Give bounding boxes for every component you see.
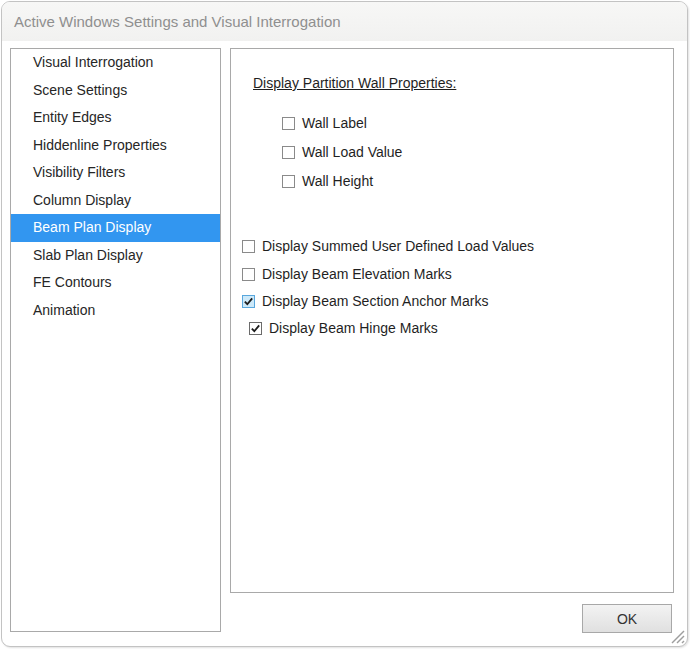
panel-heading: Display Partition Wall Properties: <box>253 75 456 91</box>
ok-button[interactable]: OK <box>582 604 672 633</box>
resize-grip-icon[interactable] <box>671 630 685 644</box>
sidebar-item-animation[interactable]: Animation <box>11 297 220 325</box>
sidebar-item-fe-contours[interactable]: FE Contours <box>11 269 220 297</box>
wall-height-checkbox-label[interactable]: Wall Height <box>302 173 373 189</box>
checkbox-row-display-summed-user-defined-load-values[interactable]: Display Summed User Defined Load Values <box>242 236 534 256</box>
sidebar-item-slab-plan-display[interactable]: Slab Plan Display <box>11 242 220 270</box>
sidebar-item-column-display[interactable]: Column Display <box>11 187 220 215</box>
settings-dialog: Active Windows Settings and Visual Inter… <box>1 1 688 647</box>
checkbox-row-display-beam-section-anchor-marks[interactable]: Display Beam Section Anchor Marks <box>242 291 488 311</box>
checkbox-row-wall-height[interactable]: Wall Height <box>282 171 373 191</box>
sidebar-item-entity-edges[interactable]: Entity Edges <box>11 104 220 132</box>
display-beam-section-anchor-marks-checkbox[interactable] <box>242 295 255 308</box>
checkbox-row-wall-label[interactable]: Wall Label <box>282 113 367 133</box>
sidebar-item-scene-settings[interactable]: Scene Settings <box>11 77 220 105</box>
checkmark-icon <box>243 296 254 307</box>
display-beam-section-anchor-marks-label[interactable]: Display Beam Section Anchor Marks <box>262 293 488 309</box>
display-summed-user-defined-load-values-checkbox[interactable] <box>242 240 255 253</box>
wall-label-checkbox[interactable] <box>282 117 295 130</box>
sidebar-item-hiddenline-properties[interactable]: Hiddenline Properties <box>11 132 220 160</box>
settings-category-list: Visual Interrogation Scene Settings Enti… <box>10 48 221 632</box>
display-beam-hinge-marks-checkbox[interactable] <box>249 322 262 335</box>
wall-load-value-checkbox[interactable] <box>282 146 295 159</box>
sidebar-item-visual-interrogation[interactable]: Visual Interrogation <box>11 49 220 77</box>
display-beam-elevation-marks-checkbox[interactable] <box>242 268 255 281</box>
checkbox-row-display-beam-elevation-marks[interactable]: Display Beam Elevation Marks <box>242 264 452 284</box>
wall-label-checkbox-label[interactable]: Wall Label <box>302 115 367 131</box>
wall-load-value-checkbox-label[interactable]: Wall Load Value <box>302 144 402 160</box>
display-summed-user-defined-load-values-label[interactable]: Display Summed User Defined Load Values <box>262 238 534 254</box>
sidebar-item-beam-plan-display[interactable]: Beam Plan Display <box>11 214 220 242</box>
checkmark-icon <box>250 323 261 334</box>
display-beam-hinge-marks-label[interactable]: Display Beam Hinge Marks <box>269 320 438 336</box>
settings-panel: Display Partition Wall Properties: Wall … <box>230 48 674 593</box>
checkbox-row-display-beam-hinge-marks[interactable]: Display Beam Hinge Marks <box>249 318 438 338</box>
checkbox-row-wall-load-value[interactable]: Wall Load Value <box>282 142 402 162</box>
wall-height-checkbox[interactable] <box>282 175 295 188</box>
display-beam-elevation-marks-label[interactable]: Display Beam Elevation Marks <box>262 266 452 282</box>
window-title: Active Windows Settings and Visual Inter… <box>14 2 341 41</box>
title-bar[interactable]: Active Windows Settings and Visual Inter… <box>2 2 687 41</box>
sidebar-item-visibility-filters[interactable]: Visibility Filters <box>11 159 220 187</box>
